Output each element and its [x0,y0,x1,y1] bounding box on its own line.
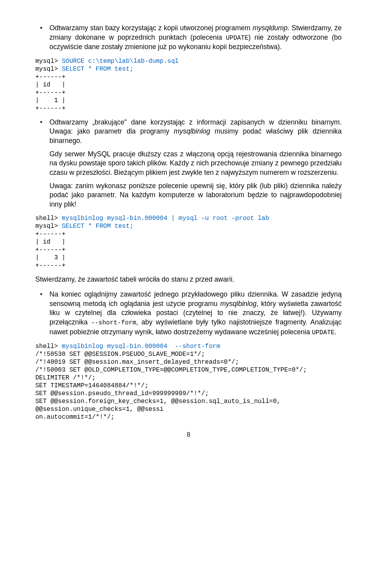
code-short-form: --short-form [91,319,136,326]
bullet-view-binlog: Na koniec oglądnijmy zawartość jednego p… [35,290,342,337]
prompt: mysql> [35,58,62,65]
em-mysqldump: mysqldump [253,24,287,32]
cmd: mysqlbinlog mysql-bin.000004 --short-for… [62,343,220,350]
em-mysqlbinlog: mysqlbinlog [174,127,210,135]
cmd: SOURCE c:\temp\lab\lab-dump.sql [62,58,179,65]
bullet-restore-binlog: Odtwarzamy „brakujące" dane korzystając … [35,118,342,209]
text: Uwaga: zanim wykonasz poniższe polecenie… [49,182,342,208]
code-update: UPDATE [226,35,249,42]
output: +------+ | id | +------+ | 3 | +------+ [35,231,66,269]
prompt: shell> [35,215,62,222]
code-block-3: shell> mysqlbinlog mysql-bin.000004 --sh… [35,343,342,421]
bullet-restore-dump: Odtwarzamy stan bazy korzystając z kopii… [35,24,342,52]
em-mysqlbinlog2: mysqlbinlog [220,300,256,308]
text: Odtwarzamy stan bazy korzystając z kopii… [49,24,253,32]
prompt: mysql> [35,223,62,230]
prompt: shell> [35,343,62,350]
code-block-2: shell> mysqlbinlog mysql-bin.000004 | my… [35,214,342,269]
page: Odtwarzamy stan bazy korzystając z kopii… [0,0,377,450]
text: . [335,328,337,336]
cmd: SELECT * FROM test; [62,66,133,73]
code-update2: UPDATE [312,329,335,336]
code-block-1: mysql> SOURCE c:\temp\lab\lab-dump.sql m… [35,57,342,112]
output: /*!50530 SET @@SESSION.PSEUDO_SLAVE_MODE… [35,351,307,421]
text: Gdy serwer MySQL pracuje dłuższy czas z … [49,150,342,176]
para-confirm: Stwierdzamy, że zawartość tabeli wróciła… [35,275,342,284]
output: +------+ | id | +------+ | 1 | +------+ [35,73,66,112]
prompt: mysql> [35,66,62,73]
cmd: SELECT * FROM test; [62,223,133,230]
page-number: 8 [35,431,342,438]
cmd: mysqlbinlog mysql-bin.000004 | mysql –u … [62,215,269,222]
